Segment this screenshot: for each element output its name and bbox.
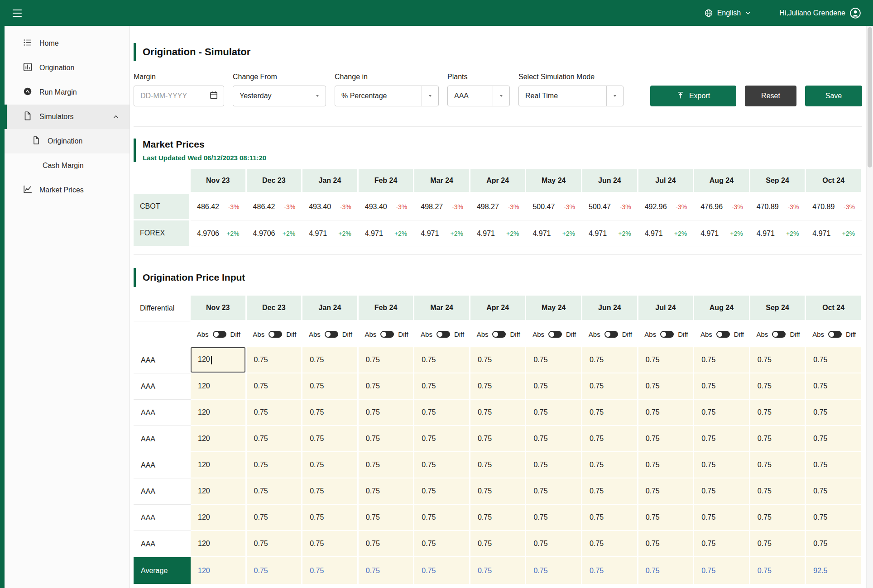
price-input-cell[interactable]: 0.75 — [526, 452, 582, 478]
price-input-cell[interactable]: 0.75 — [247, 400, 303, 426]
price-input-cell[interactable]: 0.75 — [526, 426, 582, 452]
price-input-cell[interactable]: 0.75 — [806, 426, 862, 452]
price-input-cell[interactable]: 0.75 — [750, 426, 806, 452]
sidebar-item-simulators[interactable]: Simulators — [5, 105, 130, 129]
price-input-cell[interactable]: 0.75 — [470, 531, 527, 557]
abs-diff-toggle[interactable] — [325, 331, 338, 338]
price-input-cell[interactable]: 0.75 — [302, 531, 359, 557]
price-input-cell[interactable]: 0.75 — [806, 400, 862, 426]
price-input-cell[interactable]: 0.75 — [359, 505, 415, 531]
abs-diff-toggle[interactable] — [604, 331, 618, 338]
save-button[interactable]: Save — [805, 86, 862, 106]
price-input-cell[interactable]: 120 — [191, 347, 247, 373]
margin-date-input[interactable]: DD-MM-YYYY — [134, 86, 224, 106]
price-input-cell[interactable]: 0.75 — [694, 400, 750, 426]
user-menu[interactable]: Hi,Juliano Grendene — [779, 7, 861, 19]
price-input-cell[interactable]: 120 — [191, 505, 247, 531]
price-input-cell[interactable]: 0.75 — [414, 400, 470, 426]
price-input-cell[interactable]: 0.75 — [526, 373, 582, 400]
price-input-cell[interactable]: 0.75 — [359, 347, 415, 373]
sidebar-item-run-margin[interactable]: Run Margin — [5, 80, 130, 105]
price-input-cell[interactable]: 0.75 — [470, 400, 527, 426]
price-input-cell[interactable]: 0.75 — [302, 505, 359, 531]
abs-diff-toggle[interactable] — [269, 331, 282, 338]
abs-diff-toggle[interactable] — [548, 331, 562, 338]
price-input-cell[interactable]: 0.75 — [750, 531, 806, 557]
price-input-cell[interactable]: 0.75 — [638, 478, 695, 505]
price-input-cell[interactable]: 0.75 — [582, 531, 638, 557]
price-input-cell[interactable]: 0.75 — [750, 347, 806, 373]
price-input-cell[interactable]: 0.75 — [470, 452, 527, 478]
price-input-cell[interactable]: 0.75 — [247, 426, 303, 452]
price-input-cell[interactable]: 0.75 — [806, 452, 862, 478]
price-input-cell[interactable]: 120 — [191, 373, 247, 400]
price-input-cell[interactable]: 0.75 — [302, 400, 359, 426]
sidebar-item-origination[interactable]: Origination — [5, 56, 130, 80]
price-input-cell[interactable]: 0.75 — [302, 347, 359, 373]
export-button[interactable]: Export — [650, 86, 736, 106]
abs-diff-toggle[interactable] — [492, 331, 506, 338]
price-input-cell[interactable]: 0.75 — [470, 373, 527, 400]
price-input-cell[interactable]: 0.75 — [806, 478, 862, 505]
price-input-cell[interactable]: 0.75 — [806, 373, 862, 400]
reset-button[interactable]: Reset — [745, 86, 796, 106]
simulation-mode-select[interactable]: Real Time — [518, 86, 624, 106]
price-input-cell[interactable]: 0.75 — [526, 347, 582, 373]
price-input-cell[interactable]: 0.75 — [638, 426, 695, 452]
price-input-cell[interactable]: 0.75 — [359, 531, 415, 557]
price-input-cell[interactable]: 0.75 — [694, 531, 750, 557]
price-input-cell[interactable]: 0.75 — [694, 426, 750, 452]
price-input-cell[interactable]: 0.75 — [694, 347, 750, 373]
price-input-cell[interactable]: 0.75 — [302, 478, 359, 505]
price-input-cell[interactable]: 120 — [191, 452, 247, 478]
price-input-cell[interactable]: 0.75 — [247, 505, 303, 531]
price-input-cell[interactable]: 0.75 — [414, 505, 470, 531]
price-input-cell[interactable]: 0.75 — [414, 478, 470, 505]
price-input-cell[interactable]: 0.75 — [526, 400, 582, 426]
price-input-cell[interactable]: 0.75 — [359, 478, 415, 505]
price-input-cell[interactable]: 120 — [191, 426, 247, 452]
price-input-cell[interactable]: 0.75 — [806, 505, 862, 531]
price-input-cell[interactable]: 0.75 — [247, 531, 303, 557]
plants-select[interactable]: AAA — [447, 86, 510, 106]
price-input-cell[interactable]: 0.75 — [638, 400, 695, 426]
price-input-cell[interactable]: 120 — [191, 531, 247, 557]
price-input-cell[interactable]: 0.75 — [750, 400, 806, 426]
abs-diff-toggle[interactable] — [660, 331, 674, 338]
price-input-cell[interactable]: 0.75 — [638, 531, 695, 557]
price-input-cell[interactable]: 0.75 — [638, 505, 695, 531]
price-input-cell[interactable]: 0.75 — [302, 452, 359, 478]
price-input-cell[interactable]: 0.75 — [582, 400, 638, 426]
price-input-cell[interactable]: 0.75 — [359, 373, 415, 400]
price-input-cell[interactable]: 0.75 — [470, 505, 527, 531]
price-input-cell[interactable]: 0.75 — [414, 426, 470, 452]
scrollbar-thumb[interactable] — [868, 27, 872, 167]
price-input-cell[interactable]: 0.75 — [359, 452, 415, 478]
price-input-cell[interactable]: 0.75 — [247, 452, 303, 478]
price-input-cell[interactable]: 0.75 — [750, 478, 806, 505]
price-input-cell[interactable]: 0.75 — [247, 478, 303, 505]
price-input-cell[interactable]: 0.75 — [694, 373, 750, 400]
price-input-cell[interactable]: 0.75 — [302, 373, 359, 400]
price-input-cell[interactable]: 0.75 — [638, 373, 695, 400]
price-input-cell[interactable]: 0.75 — [414, 531, 470, 557]
abs-diff-toggle[interactable] — [436, 331, 450, 338]
scrollbar[interactable] — [866, 26, 873, 588]
sidebar-item-simulators-origination[interactable]: Origination — [5, 129, 130, 153]
calendar-icon[interactable] — [209, 91, 218, 101]
price-input-cell[interactable]: 0.75 — [694, 478, 750, 505]
price-input-cell[interactable]: 0.75 — [694, 505, 750, 531]
price-input-cell[interactable]: 0.75 — [247, 373, 303, 400]
price-input-cell[interactable]: 0.75 — [526, 478, 582, 505]
change-in-select[interactable]: % Percentage — [335, 86, 439, 106]
price-input-cell[interactable]: 0.75 — [526, 505, 582, 531]
price-input-cell[interactable]: 0.75 — [638, 347, 695, 373]
price-input-cell[interactable]: 0.75 — [806, 347, 862, 373]
price-input-cell[interactable]: 0.75 — [414, 373, 470, 400]
price-input-cell[interactable]: 0.75 — [470, 347, 527, 373]
price-input-cell[interactable]: 0.75 — [470, 426, 527, 452]
language-selector[interactable]: English — [704, 9, 751, 18]
sidebar-item-market-prices[interactable]: Market Prices — [5, 178, 130, 202]
sidebar-item-home[interactable]: Home — [5, 31, 130, 56]
price-input-cell[interactable]: 0.75 — [806, 531, 862, 557]
